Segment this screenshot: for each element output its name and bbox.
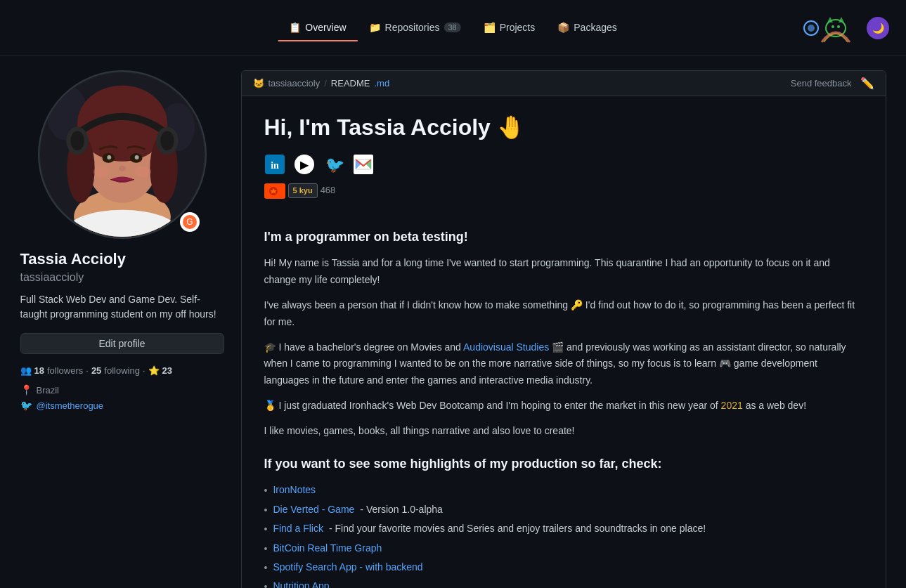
top-navigation: 📋 Overview 📁 Repositories 38 🗂️ Projects… <box>0 0 906 56</box>
content-area: 🐱 tassiaaccioly / README.md Send feedbac… <box>241 70 886 588</box>
paragraph3: 🎓 I have a bachelor's degree on Movies a… <box>264 339 863 389</box>
year-highlight: 2021 <box>721 400 743 411</box>
kyu-rank-badge: 5 kyu <box>288 183 318 199</box>
readme-extension: .md <box>374 78 389 89</box>
display-name: Tassia Accioly <box>20 250 224 268</box>
paragraph4: 🥇 I just graduated Ironhack's Web Dev Bo… <box>264 398 863 414</box>
followers-count[interactable]: 18 <box>34 365 44 376</box>
svg-text:G: G <box>186 217 193 227</box>
packages-icon: 📦 <box>557 22 569 33</box>
svg-text:▶: ▶ <box>300 159 309 171</box>
tab-projects[interactable]: 🗂️ Projects <box>472 15 547 41</box>
paragraph4-before: 🥇 I just graduated Ironhack's Web Dev Bo… <box>264 400 721 411</box>
list-item: Die Verted - Game - Version 1.0-alpha <box>264 502 863 518</box>
packages-label: Packages <box>574 22 616 33</box>
nutrition-link[interactable]: Nutrition App <box>273 578 329 588</box>
medium-link[interactable]: ▶ <box>294 154 315 175</box>
svg-point-5 <box>831 25 834 28</box>
readme-header: 🐱 tassiaaccioly / README.md Send feedbac… <box>242 71 886 96</box>
readme-author: tassiaaccioly <box>268 78 321 89</box>
location-text: Brazil <box>37 385 60 396</box>
die-verted-link[interactable]: Die Verted - Game <box>273 502 354 517</box>
section1-heading: I'm a programmer on beta testing! <box>264 227 863 247</box>
svg-point-26 <box>107 155 111 159</box>
avatar-container: G <box>38 70 207 239</box>
location-icon: 📍 <box>20 384 32 396</box>
twitter-meta-icon: 🐦 <box>20 400 32 411</box>
die-verted-suffix: - Version 1.0-alpha <box>360 502 443 517</box>
profile-badge: G <box>179 211 201 233</box>
codewars-badge <box>264 183 285 199</box>
readme-path: 🐱 tassiaaccioly / README.md <box>253 78 390 89</box>
kyu-count: 468 <box>321 183 336 198</box>
twitter-handle[interactable]: @itsmetherogue <box>37 400 104 411</box>
stat-separator2: · <box>143 365 145 376</box>
list-item: Nutrition App <box>264 578 863 588</box>
stars-icon: ⭐ <box>148 365 160 376</box>
kyu-badge-row: 5 kyu 468 <box>264 183 336 199</box>
projects-list: IronNotes Die Verted - Game - Version 1.… <box>264 482 863 588</box>
twitter-link[interactable]: 🐦 <box>323 154 344 175</box>
tab-repositories[interactable]: 📁 Repositories 38 <box>358 15 472 41</box>
list-item: BitCoin Real Time Graph <box>264 540 863 556</box>
svg-point-30 <box>134 166 151 178</box>
following-count[interactable]: 25 <box>91 365 101 376</box>
readme-title: Hi, I'm Tassia Accioly 🤚 <box>264 113 863 143</box>
paragraph1: Hi! My name is Tassia and for a long tim… <box>264 255 863 289</box>
repositories-label: Repositories <box>385 22 440 33</box>
svg-point-1 <box>808 25 815 32</box>
svg-text:in: in <box>271 160 279 171</box>
overview-icon: 📋 <box>289 22 301 33</box>
paragraph4-after: as a web dev! <box>743 400 806 411</box>
svg-point-29 <box>93 166 110 178</box>
readme-body: Hi, I'm Tassia Accioly 🤚 in ▶ <box>242 96 886 588</box>
dark-mode-toggle[interactable]: 🌙 <box>867 17 889 39</box>
projects-label: Projects <box>500 22 536 33</box>
stat-separator: · <box>86 365 89 376</box>
edit-profile-button[interactable]: Edit profile <box>20 333 224 354</box>
sidebar: G Tassia Accioly tassiaaccioly Full Stac… <box>20 70 224 588</box>
svg-point-23 <box>160 131 174 151</box>
stars-count[interactable]: 23 <box>162 365 172 376</box>
projects-icon: 🗂️ <box>484 22 496 33</box>
username: tassiaaccioly <box>20 271 224 284</box>
cat-icon: 🐱 <box>253 78 264 89</box>
paragraph3-before: 🎓 I have a bachelor's degree on Movies a… <box>264 341 464 353</box>
followers-icon: 👥 <box>20 365 32 376</box>
twitter-row: 🐦 @itsmetherogue <box>20 400 224 411</box>
tab-packages[interactable]: 📦 Packages <box>546 15 628 41</box>
bitcoin-link[interactable]: BitCoin Real Time Graph <box>273 540 382 556</box>
svg-text:🐦: 🐦 <box>325 155 344 174</box>
decorative-animation-icon <box>801 8 864 47</box>
list-item: Spotify Search App - with backend <box>264 559 863 575</box>
tab-overview[interactable]: 📋 Overview <box>278 15 357 41</box>
repositories-icon: 📁 <box>369 22 381 33</box>
svg-point-27 <box>134 155 138 159</box>
ironnotes-link[interactable]: IronNotes <box>273 482 316 497</box>
nav-tabs: 📋 Overview 📁 Repositories 38 🗂️ Projects… <box>278 15 628 41</box>
readme-filename: README <box>331 78 370 89</box>
main-layout: G Tassia Accioly tassiaaccioly Full Stac… <box>4 56 903 588</box>
section2-heading: If you want to see some highlights of my… <box>264 454 863 474</box>
audiovisual-studies-link[interactable]: Audiovisual Studies <box>463 341 549 353</box>
following-label: following <box>104 365 140 376</box>
social-icons-row: in ▶ 🐦 <box>264 154 863 175</box>
svg-point-22 <box>70 131 84 151</box>
paragraph2: I've always been a person that if I didn… <box>264 297 863 331</box>
readme-header-actions: Send feedback ✏️ <box>791 77 874 90</box>
paragraph2-text: I've always been a person that if I didn… <box>264 299 855 327</box>
top-right-decorative: 🌙 <box>801 8 889 47</box>
paragraph5: I like movies, games, books, all things … <box>264 423 863 440</box>
list-item: IronNotes <box>264 482 863 498</box>
linkedin-link[interactable]: in <box>264 154 285 175</box>
readme-box: 🐱 tassiaaccioly / README.md Send feedbac… <box>241 70 886 588</box>
edit-readme-icon[interactable]: ✏️ <box>860 77 874 90</box>
find-a-flick-link[interactable]: Find a Flick <box>273 521 323 536</box>
overview-label: Overview <box>305 22 346 33</box>
stats-row: 👥 18 followers · 25 following · ⭐ 23 <box>20 365 224 376</box>
followers-label: followers <box>47 365 83 376</box>
spotify-link[interactable]: Spotify Search App - with backend <box>273 559 422 575</box>
send-feedback-link[interactable]: Send feedback <box>791 78 852 89</box>
gmail-link[interactable] <box>353 154 374 175</box>
svg-point-6 <box>837 25 840 28</box>
